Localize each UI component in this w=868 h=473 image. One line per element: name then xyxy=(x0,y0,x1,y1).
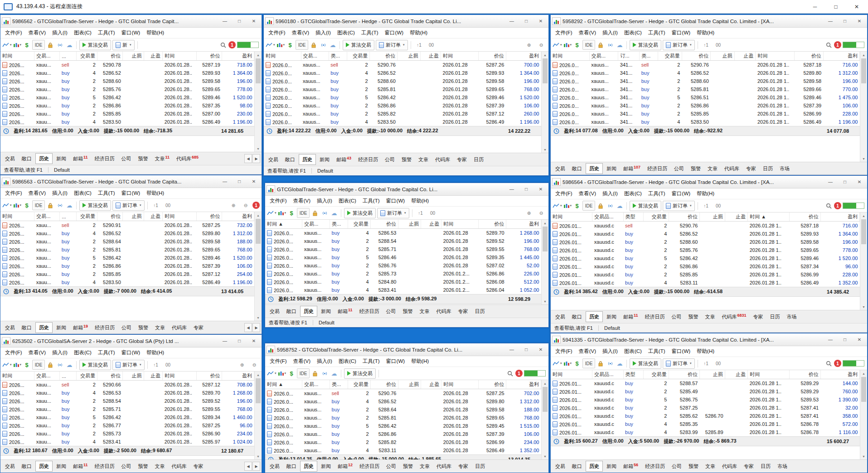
column-header-symbol[interactable]: 交易... xyxy=(34,372,60,381)
menu-window[interactable]: 窗口(W) xyxy=(669,29,694,36)
window-titlebar[interactable]: 5941335 - GTCGlobalTrade-Server - Hedge … xyxy=(551,333,867,346)
maximize-button[interactable]: □ xyxy=(839,178,851,187)
deal-row[interactable]: 2026.0...xauus...buy25285.812026.01.2852… xyxy=(265,414,541,422)
tab-economic-calendar[interactable]: 经济日历 xyxy=(356,306,383,317)
tab-mailbox[interactable]: 邮箱11 xyxy=(70,461,91,472)
vertical-scrollbar[interactable]: ▲ ▼ xyxy=(254,212,262,321)
column-header-symbol[interactable]: 交易... xyxy=(34,52,60,61)
tab-exposure[interactable]: 敞口 xyxy=(569,461,585,472)
bar-shift-icon[interactable]: ↑1 xyxy=(415,208,426,218)
window-titlebar[interactable]: 5986564 - GTCGlobalTrade-Server - Hedge … xyxy=(551,176,867,188)
scroll-up-icon[interactable]: ▲ xyxy=(542,220,548,226)
cloud-icon[interactable]: ☁ xyxy=(330,208,338,217)
scroll-down-icon[interactable]: ▼ xyxy=(255,314,262,321)
tab-exposure[interactable]: 敞口 xyxy=(19,322,35,333)
scroll-down-icon[interactable]: ▼ xyxy=(542,298,548,304)
menu-view[interactable]: 查看(V) xyxy=(290,198,314,204)
tab-company[interactable]: 公司 xyxy=(671,163,687,174)
menu-charts[interactable]: 图表(C) xyxy=(621,190,645,197)
tab-alerts[interactable]: 预警 xyxy=(135,322,151,333)
close-button[interactable]: ✕ xyxy=(247,337,260,346)
menu-help[interactable]: 帮助(H) xyxy=(143,190,167,197)
window-titlebar[interactable]: 6253502 - GTCGlobalSA-Server 2 - Hedge -… xyxy=(0,335,262,348)
deal-row[interactable]: 2026.0...xauus...buy25286.862026.01.2852… xyxy=(265,430,541,438)
deal-row[interactable]: 2026.01...xauusd.cbuy25286.862026.01.28 … xyxy=(551,262,860,270)
close-button[interactable]: ✕ xyxy=(247,17,260,26)
tab-economic-calendar[interactable]: 经济日历 xyxy=(644,163,670,174)
chart-bars-icon[interactable]: ▾ xyxy=(563,40,572,49)
column-header-volume[interactable]: 交易量 xyxy=(347,52,370,61)
column-header-sl[interactable]: 止损 xyxy=(398,380,421,389)
tab-mailbox[interactable]: 邮箱11 xyxy=(620,311,641,322)
deal-row[interactable]: 2026...xauu...buy25285.852026.01.28..528… xyxy=(0,110,254,118)
scrollbar-thumb[interactable] xyxy=(543,387,548,412)
new-order-button[interactable]: 新订单▾ xyxy=(112,360,145,370)
column-header-tp[interactable]: 止盈 xyxy=(144,372,163,381)
tab-history[interactable]: 历史 xyxy=(35,461,53,472)
column-header-time[interactable]: 时间 ▲ xyxy=(265,220,302,229)
tab-exposure[interactable]: 敞口 xyxy=(19,461,35,472)
column-header-tp[interactable]: 止盈 xyxy=(734,52,756,61)
vertical-scrollbar[interactable]: ▲ ▼ xyxy=(254,372,262,459)
market-watch-icon[interactable]: $ xyxy=(573,40,581,49)
algo-trading-button[interactable]: 算法交易 xyxy=(630,201,661,211)
column-header-tp[interactable]: 止盈 xyxy=(144,212,163,221)
column-header-cprice[interactable]: 价位 xyxy=(479,220,506,229)
column-header-price[interactable]: 价位 xyxy=(682,52,711,61)
ide-button[interactable]: IDE xyxy=(297,368,310,378)
status-profile[interactable]: Default xyxy=(317,168,333,174)
market-watch-icon[interactable]: $ xyxy=(573,359,581,368)
column-header-ctime[interactable]: 时间 xyxy=(441,380,479,389)
window-titlebar[interactable]: 5986563 - GTCGlobalTrade-Server - Hedge … xyxy=(0,175,262,188)
menu-view[interactable]: 查看(V) xyxy=(289,29,312,36)
maximize-button[interactable]: □ xyxy=(520,345,533,354)
ide-button[interactable]: IDE xyxy=(582,358,595,368)
menu-insert[interactable]: 插入(I) xyxy=(312,29,334,36)
tab-news[interactable]: 新闻 xyxy=(316,154,333,165)
menu-file[interactable]: 文件(F) xyxy=(2,29,25,36)
column-header-ctime[interactable]: 时间 xyxy=(163,372,197,381)
window-titlebar[interactable]: 5960180 - GTCGlobalTrade-Server - Hedge … xyxy=(264,15,548,28)
autoscroll-icon[interactable]: 00 xyxy=(163,360,174,370)
deal-row[interactable]: 2026...xauu...buy25288.542026.01.28..528… xyxy=(0,397,254,405)
column-header-type[interactable]: 类型 xyxy=(623,212,643,222)
scrollbar-thumb[interactable] xyxy=(861,377,866,402)
cloud-icon[interactable]: ☁ xyxy=(329,40,337,49)
column-header-ctime[interactable]: 时间 xyxy=(163,52,197,61)
tab-trade[interactable]: 交易 xyxy=(267,306,283,317)
column-header-price[interactable]: 价位 xyxy=(97,372,123,381)
status-profile[interactable]: Default xyxy=(604,325,620,331)
tab-trade[interactable]: 交易 xyxy=(552,311,568,322)
tab-economic-calendar[interactable]: 经济日历 xyxy=(642,461,668,472)
tab-mailbox[interactable]: 邮箱19 xyxy=(70,322,91,333)
tab-exposure[interactable]: 敞口 xyxy=(283,306,300,317)
deal-row[interactable]: 2026.01...xauusd.cbuy45283.995285.892026… xyxy=(551,428,860,436)
deal-row[interactable]: 2026.01...xauusd.cbuy25285.762026.01.28 … xyxy=(551,246,860,254)
tab-company[interactable]: 公司 xyxy=(118,153,135,164)
column-header-sl[interactable]: 止损 xyxy=(711,52,734,61)
column-header-ctime[interactable]: 时间 xyxy=(163,212,197,221)
search-icon[interactable] xyxy=(824,359,833,368)
tab-economic-calendar[interactable]: 经济日历 xyxy=(356,461,383,472)
chart-line-icon[interactable]: ▾ xyxy=(553,359,562,368)
column-header-ctime[interactable]: 时间 xyxy=(441,52,479,61)
close-button[interactable]: ✕ xyxy=(534,345,547,354)
ide-button[interactable]: IDE xyxy=(32,200,45,210)
column-header-volume[interactable]: 交易量 xyxy=(348,380,370,389)
column-header-profit[interactable]: 盈利 xyxy=(506,380,541,389)
minimize-button[interactable]: — xyxy=(218,17,231,26)
ide-button[interactable]: IDE xyxy=(297,208,310,218)
tab-experts[interactable]: 专家 xyxy=(741,461,757,472)
deal-row[interactable]: 2026...xauu...buy45286.522026.01.28..528… xyxy=(0,69,254,77)
menu-view[interactable]: 查看(V) xyxy=(25,190,49,197)
menu-charts[interactable]: 图表(C) xyxy=(335,198,359,204)
column-header-cprice[interactable]: 价位 xyxy=(790,212,820,222)
bar-shift-icon[interactable]: ↑1 xyxy=(414,40,425,50)
chart-bars-icon[interactable]: ▾ xyxy=(563,201,572,210)
minimize-button[interactable]: — xyxy=(505,185,518,194)
cloud-icon[interactable]: ☁ xyxy=(616,359,624,368)
tab-economic-calendar[interactable]: 经济日历 xyxy=(355,154,381,165)
scroll-down-icon[interactable]: ▼ xyxy=(860,453,867,459)
window-titlebar[interactable]: 5986562 - GTCGlobalTrade-Server - Hedge … xyxy=(0,15,262,28)
tab-exposure[interactable]: 敞口 xyxy=(19,153,35,164)
